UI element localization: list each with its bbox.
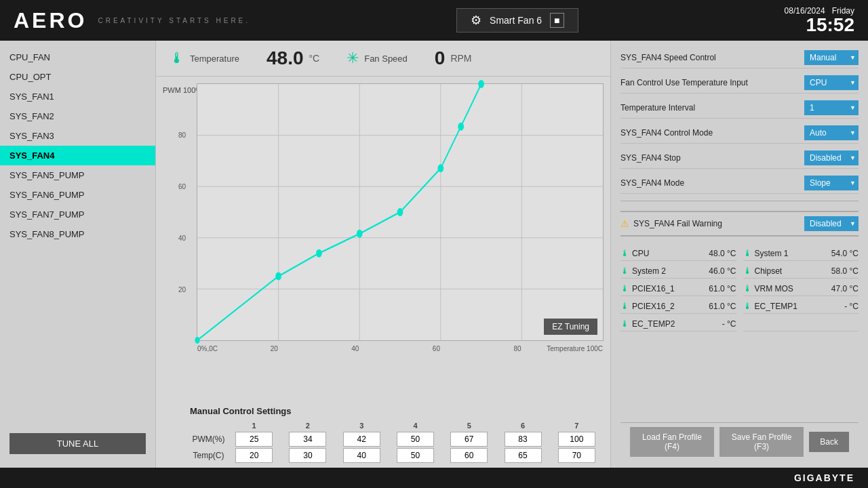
temp-cell-7[interactable] bbox=[550, 447, 604, 464]
sensor-name: 🌡PCIEX16_1 bbox=[620, 283, 675, 293]
sidebar-item-sys-fan3[interactable]: SYS_FAN3 bbox=[0, 126, 155, 146]
sidebar-item-sys-fan6-pump[interactable]: SYS_FAN6_PUMP bbox=[0, 185, 155, 205]
pwm-input-6[interactable] bbox=[505, 432, 542, 447]
fan-speed-group: ✳ Fan Speed bbox=[347, 49, 408, 67]
fan-icon-header: ⚙ bbox=[471, 13, 481, 28]
fan-stop-select-wrap[interactable]: Disabled bbox=[804, 150, 859, 165]
logo: AERO CREATIVITY STARTS HERE. bbox=[14, 8, 250, 33]
sensor-icon: 🌡 bbox=[743, 266, 752, 276]
smart-fan-box[interactable]: ⚙ Smart Fan 6 ■ bbox=[456, 8, 578, 33]
pwm-input-3[interactable] bbox=[343, 432, 380, 447]
speed-control-select[interactable]: Manual bbox=[804, 50, 859, 65]
temp-input-1[interactable] bbox=[235, 448, 273, 463]
center-panel: 🌡 Temperature 48.0 °C ✳ Fan Speed 0 RPM … bbox=[156, 41, 610, 468]
temp-input-7[interactable] bbox=[558, 448, 595, 463]
fan-mode-select[interactable]: Slope bbox=[804, 176, 859, 190]
smart-fan-icon-right: ■ bbox=[550, 13, 564, 28]
pwm-cell-5[interactable] bbox=[442, 431, 496, 447]
sensor-system-1: 🌡System 154.0 °C bbox=[743, 246, 859, 261]
save-fan-profile-button[interactable]: Save Fan Profile (F3) bbox=[719, 427, 804, 457]
temp-cell-4[interactable] bbox=[389, 447, 442, 464]
temp-cell-3[interactable] bbox=[335, 447, 389, 464]
x-label-60: 60 bbox=[433, 345, 440, 352]
manual-control-table: 1 2 3 4 5 6 7 PWM(%) bbox=[190, 420, 604, 464]
smart-fan-label: Smart Fan 6 bbox=[490, 15, 542, 26]
pwm-cell-1[interactable] bbox=[227, 431, 281, 447]
sidebar-item-sys-fan1[interactable]: SYS_FAN1 bbox=[0, 87, 155, 106]
fail-warning-row: ⚠ SYS_FAN4 Fail Warning Disabled bbox=[620, 211, 859, 237]
speed-control-select-wrap[interactable]: Manual bbox=[804, 50, 859, 65]
temp-input-5[interactable] bbox=[450, 448, 488, 463]
temp-cell-5[interactable] bbox=[442, 447, 496, 464]
col-2: 2 bbox=[281, 420, 334, 431]
fan-speed-value-group: 0 RPM bbox=[435, 47, 472, 69]
x-label-80: 80 bbox=[513, 345, 521, 352]
sidebar-item-sys-fan4[interactable]: SYS_FAN4 bbox=[0, 146, 155, 165]
sidebar-item-sys-fan8-pump[interactable]: SYS_FAN8_PUMP bbox=[0, 224, 155, 244]
pwm-cell-6[interactable] bbox=[496, 431, 549, 447]
pwm-cell-2[interactable] bbox=[281, 431, 334, 447]
pwm-cell-7[interactable] bbox=[550, 431, 604, 447]
col-6: 6 bbox=[496, 420, 549, 431]
sensor-value: - °C bbox=[722, 319, 736, 329]
sidebar-item-cpu-opt[interactable]: CPU_OPT bbox=[0, 67, 155, 87]
tune-all-button[interactable]: TUNE ALL bbox=[9, 433, 146, 454]
header: AERO CREATIVITY STARTS HERE. ⚙ Smart Fan… bbox=[0, 0, 868, 41]
fan-mode-select-wrap[interactable]: Slope bbox=[804, 176, 859, 190]
temp-interval-select[interactable]: 1 bbox=[804, 100, 859, 115]
sensor-icon: 🌡 bbox=[743, 301, 752, 311]
fan-list: CPU_FANCPU_OPTSYS_FAN1SYS_FAN2SYS_FAN3SY… bbox=[0, 47, 155, 244]
temp-cell-2[interactable] bbox=[281, 447, 334, 464]
header-right: 08/16/2024 Friday 15:52 bbox=[785, 6, 854, 35]
temp-input-6[interactable] bbox=[505, 448, 542, 463]
fan-stop-select[interactable]: Disabled bbox=[804, 150, 859, 165]
control-mode-select[interactable]: Auto bbox=[804, 125, 859, 140]
fail-warning-select[interactable]: Disabled bbox=[804, 216, 859, 231]
ez-tuning-button[interactable]: EZ Tuning bbox=[544, 319, 597, 335]
sensor-name: 🌡EC_TEMP1 bbox=[743, 301, 797, 311]
pwm-cell-3[interactable] bbox=[335, 431, 389, 447]
pwm-input-5[interactable] bbox=[450, 432, 488, 447]
temp-row: Temp(C) bbox=[190, 447, 604, 464]
x-label-0: 0%,0C bbox=[197, 345, 218, 352]
x-label-100: Temperature 100C bbox=[547, 345, 603, 352]
sidebar-item-sys-fan7-pump[interactable]: SYS_FAN7_PUMP bbox=[0, 205, 155, 224]
control-mode-select-wrap[interactable]: Auto bbox=[804, 125, 859, 140]
sidebar: CPU_FANCPU_OPTSYS_FAN1SYS_FAN2SYS_FAN3SY… bbox=[0, 41, 156, 468]
sensor-pciex16-1: 🌡PCIEX16_161.0 °C bbox=[620, 281, 736, 296]
temp-input-select[interactable]: CPU bbox=[804, 75, 859, 90]
col-5: 5 bbox=[442, 420, 496, 431]
clock: 15:52 bbox=[785, 16, 854, 35]
pwm-input-7[interactable] bbox=[558, 432, 595, 447]
pwm-input-2[interactable] bbox=[289, 432, 326, 447]
temp-cell-6[interactable] bbox=[496, 447, 549, 464]
pwm-input-4[interactable] bbox=[397, 432, 434, 447]
temp-input-2[interactable] bbox=[289, 448, 326, 463]
chart-container: PWM 100% bbox=[156, 77, 610, 402]
temp-input-3[interactable] bbox=[343, 448, 380, 463]
footer: GIGABYTE bbox=[0, 468, 868, 488]
fail-warning-select-wrap[interactable]: Disabled bbox=[804, 216, 859, 231]
temp-cell-1[interactable] bbox=[227, 447, 281, 464]
header-center: ⚙ Smart Fan 6 ■ bbox=[456, 8, 578, 33]
temp-input-4[interactable] bbox=[397, 448, 434, 463]
fan-stop-row: SYS_FAN4 Stop Disabled bbox=[620, 148, 859, 169]
sidebar-item-sys-fan5-pump[interactable]: SYS_FAN5_PUMP bbox=[0, 165, 155, 185]
fan-spin-icon: ✳ bbox=[347, 49, 359, 67]
chart-area: 80 60 40 20 0%,0C 20 40 60 80 Temperatur… bbox=[197, 83, 604, 341]
svg-point-11 bbox=[357, 230, 363, 238]
temp-interval-select-wrap[interactable]: 1 bbox=[804, 100, 859, 115]
temp-label-cell: Temp(C) bbox=[190, 447, 227, 464]
temp-input-select-wrap[interactable]: CPU bbox=[804, 75, 859, 90]
sensor-icon: 🌡 bbox=[743, 248, 752, 258]
control-mode-label: SYS_FAN4 Control Mode bbox=[620, 128, 804, 138]
pwm-input-1[interactable] bbox=[235, 432, 273, 447]
col-4: 4 bbox=[389, 420, 442, 431]
load-fan-profile-button[interactable]: Load Fan Profile (F4) bbox=[630, 427, 714, 457]
pwm-cell-4[interactable] bbox=[389, 431, 442, 447]
fan-speed-value: 0 bbox=[435, 47, 446, 69]
sidebar-item-cpu-fan[interactable]: CPU_FAN bbox=[0, 47, 155, 67]
back-button[interactable]: Back bbox=[809, 432, 849, 452]
sidebar-item-sys-fan2[interactable]: SYS_FAN2 bbox=[0, 106, 155, 126]
sensor-name: 🌡System 1 bbox=[743, 248, 789, 258]
